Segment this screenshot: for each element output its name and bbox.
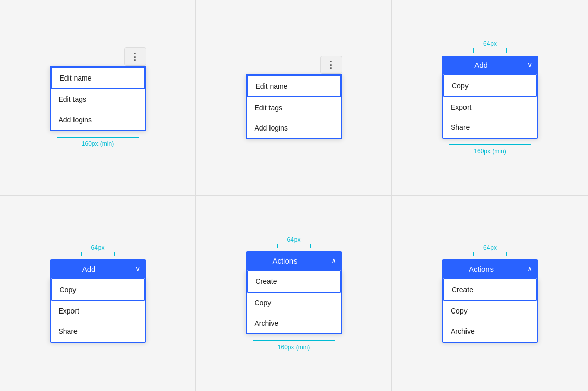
cell-4: 64px Add ∨ Copy Export Share bbox=[0, 196, 196, 392]
dropdown-menu-2: Edit name Edit tags Add logins bbox=[246, 74, 342, 139]
menu-item-add-logins-2[interactable]: Add logins bbox=[247, 118, 341, 138]
cell-5: 64px Actions ∧ Create Copy Archive bbox=[196, 196, 392, 392]
main-grid: ⋮ Edit name Edit tags Add logins 160px (… bbox=[0, 0, 588, 391]
split-button-5: Actions ∧ bbox=[246, 251, 342, 270]
dots-icon: ⋮ bbox=[130, 51, 140, 62]
cell-2: ⋮ Edit name Edit tags Add logins bbox=[196, 0, 392, 196]
menu-item-edit-tags[interactable]: Edit tags bbox=[51, 89, 145, 110]
menu-item-share-4[interactable]: Share bbox=[51, 321, 145, 342]
measure-top-6: 64px bbox=[473, 244, 507, 256]
split-btn-main-3[interactable]: Add bbox=[442, 56, 521, 74]
menu-item-share-3[interactable]: Share bbox=[443, 117, 537, 138]
split-btn-main-4[interactable]: Add bbox=[50, 259, 129, 278]
menu-item-archive-5[interactable]: Archive bbox=[247, 313, 341, 333]
measure-top-5: 64px bbox=[277, 236, 311, 248]
split-btn-arrow-6[interactable]: ∧ bbox=[521, 259, 538, 278]
split-btn-main-5[interactable]: Actions bbox=[246, 251, 325, 270]
dropdown-menu-4: Copy Export Share bbox=[50, 278, 146, 343]
measure-top-4: 64px bbox=[81, 244, 115, 256]
menu-item-export-4[interactable]: Export bbox=[51, 301, 145, 321]
split-button-6: Actions ∧ bbox=[442, 259, 538, 278]
menu-item-copy-5[interactable]: Copy bbox=[247, 293, 341, 313]
split-button-3: Add ∨ bbox=[442, 56, 538, 74]
cell-3: 64px Add ∨ Copy Export Share bbox=[392, 0, 588, 196]
menu-item-create-5[interactable]: Create bbox=[247, 270, 341, 293]
dropdown-menu-5: Create Copy Archive bbox=[246, 270, 342, 334]
dropdown-menu-1: Edit name Edit tags Add logins bbox=[50, 66, 146, 131]
icon-button-2[interactable]: ⋮ bbox=[320, 56, 342, 74]
split-button-4: Add ∨ bbox=[50, 259, 146, 278]
menu-item-copy-4[interactable]: Copy bbox=[51, 278, 145, 301]
measure-label-top-4: 64px bbox=[91, 244, 104, 251]
measure-label-top-3: 64px bbox=[483, 40, 497, 47]
menu-item-copy-3[interactable]: Copy bbox=[443, 74, 537, 97]
split-btn-arrow-3[interactable]: ∨ bbox=[521, 56, 538, 74]
menu-item-add-logins[interactable]: Add logins bbox=[51, 110, 145, 130]
split-btn-arrow-4[interactable]: ∨ bbox=[129, 259, 146, 278]
cell-1: ⋮ Edit name Edit tags Add logins 160px (… bbox=[0, 0, 196, 196]
split-btn-main-6[interactable]: Actions bbox=[442, 259, 521, 278]
menu-item-edit-name-2[interactable]: Edit name bbox=[247, 75, 341, 97]
menu-item-copy-6[interactable]: Copy bbox=[443, 301, 537, 321]
dropdown-menu-6: Create Copy Archive bbox=[442, 278, 538, 343]
measure-bottom-1: 160px (min) bbox=[50, 135, 146, 147]
menu-item-edit-tags-2[interactable]: Edit tags bbox=[247, 97, 341, 118]
icon-button-1[interactable]: ⋮ bbox=[124, 47, 146, 66]
measure-top-3: 64px bbox=[473, 40, 507, 53]
split-btn-arrow-5[interactable]: ∧ bbox=[325, 251, 342, 270]
measure-label-bottom-5: 160px (min) bbox=[278, 344, 310, 351]
dots-icon-2: ⋮ bbox=[326, 59, 336, 70]
measure-bottom-3: 160px (min) bbox=[442, 143, 538, 155]
menu-item-archive-6[interactable]: Archive bbox=[443, 321, 537, 342]
dropdown-menu-3: Copy Export Share bbox=[442, 74, 538, 139]
measure-label-bottom-3: 160px (min) bbox=[474, 148, 506, 155]
menu-item-edit-name[interactable]: Edit name bbox=[51, 67, 145, 89]
menu-item-create-6[interactable]: Create bbox=[443, 278, 537, 301]
measure-label-1: 160px (min) bbox=[82, 140, 114, 147]
measure-label-top-5: 64px bbox=[287, 236, 300, 243]
measure-label-top-6: 64px bbox=[483, 244, 497, 251]
cell-6: 64px Actions ∧ Create Copy Archive bbox=[392, 196, 588, 392]
measure-bottom-5: 160px (min) bbox=[246, 338, 342, 351]
menu-item-export-3[interactable]: Export bbox=[443, 97, 537, 117]
